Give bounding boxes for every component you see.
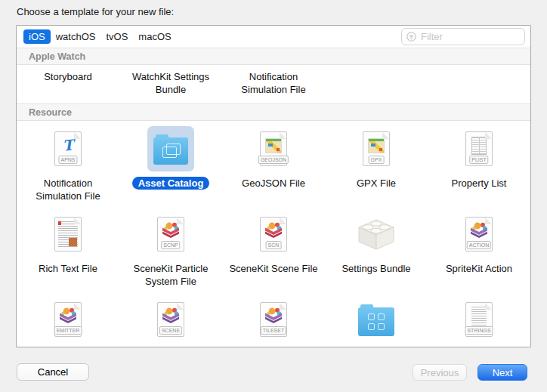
template-icon-tile: SCENE	[147, 297, 194, 342]
plist-file-icon: PLIST	[465, 131, 493, 166]
template-item-label: GeoJSON File	[242, 177, 305, 190]
template-item-label: Storyboard	[44, 70, 92, 83]
settings-bundle-brick-icon	[354, 218, 398, 251]
file-type-badge: TILESET	[261, 326, 286, 335]
file-type-badge: SCNP	[161, 241, 180, 249]
page-fold	[74, 303, 81, 310]
template-item-asset-catalog[interactable]: Asset Catalog	[119, 121, 222, 206]
template-item-property-list[interactable]: PLISTProperty List	[428, 121, 530, 206]
template-item-notification-simulation-file[interactable]: Notification Simulation File	[222, 65, 325, 103]
template-item-label: Settings Bundle	[341, 262, 410, 275]
template-item-scenekit-particle-system-file[interactable]: SCNPSceneKit Particle System File	[119, 206, 222, 292]
template-icon-tile: TAPNS	[45, 126, 91, 171]
template-item-strings-file[interactable]: STRINGSStrings File	[428, 292, 530, 347]
file-type-badge: STRINGS	[465, 326, 493, 335]
template-item-label: Asset Catalog	[132, 177, 210, 190]
tab-ios[interactable]: iOS	[23, 29, 51, 44]
filter-field	[401, 28, 525, 45]
platform-tabbar: iOSwatchOStvOSmacOS	[17, 26, 530, 48]
spritekit-file-icon: ACTION	[465, 217, 493, 252]
spritekit-file-icon: TILESET	[260, 302, 287, 337]
file-type-badge: PLIST	[469, 156, 488, 164]
template-item-spritekit-scene[interactable]: SCENESpriteKit Scene	[119, 292, 222, 347]
platform-tabs: iOSwatchOStvOSmacOS	[23, 29, 177, 44]
template-item-rich-text-file[interactable]: Rich Text File	[17, 206, 119, 292]
template-item-geojson-file[interactable]: GEOJSONGeoJSON File	[222, 121, 325, 206]
file-type-badge: EMITTER	[54, 326, 82, 335]
template-icon-tile: SCNP	[147, 211, 194, 257]
richtext-file-icon	[54, 217, 82, 252]
template-row: TAPNSNotification Simulation File Asset …	[17, 121, 530, 206]
tab-tvos[interactable]: tvOS	[100, 29, 133, 44]
next-button[interactable]: Next	[477, 364, 527, 381]
strings-thumbnail	[471, 307, 487, 326]
file-type-badge: APNS	[58, 156, 77, 164]
template-icon-tile	[45, 211, 91, 257]
page-fold	[280, 218, 286, 224]
richtext-thumbnail	[58, 221, 78, 247]
template-item-spritekit-particle-file[interactable]: EMITTERSpriteKit Particle File	[17, 292, 119, 347]
template-item-label: Property List	[452, 177, 507, 190]
file-type-badge: SCENE	[159, 326, 182, 335]
sticker-pack-folder-icon	[358, 307, 394, 336]
template-item-label: SceneKit Scene File	[229, 262, 317, 275]
template-item-label: WatchKit Settings Bundle	[126, 70, 215, 96]
filter-icon	[406, 32, 416, 42]
map-thumbnail	[368, 138, 385, 153]
spritekit-file-icon: SCENE	[157, 302, 184, 337]
template-item-scenekit-scene-file[interactable]: SCNSceneKit Scene File	[222, 206, 325, 292]
template-item-sticker-pack[interactable]: Sticker Pack	[325, 292, 428, 347]
template-item-label: SpriteKit Action	[446, 262, 512, 275]
new-file-template-dialog: Choose a template for your new file: iOS…	[0, 0, 547, 392]
page-fold	[485, 218, 492, 224]
file-type-badge: ACTION	[467, 241, 491, 249]
section-header-resource: Resource	[17, 103, 530, 121]
map-file-icon: GPX	[363, 131, 390, 166]
dialog-title: Choose a template for your new file:	[17, 6, 174, 17]
file-type-badge: GPX	[369, 156, 385, 164]
tab-watchos[interactable]: watchOS	[51, 29, 101, 44]
template-item-label: SceneKit Particle System File	[126, 262, 215, 288]
template-icon-tile: PLIST	[456, 126, 502, 171]
page-fold	[280, 132, 286, 139]
map-thumbnail	[265, 138, 282, 153]
filter-input[interactable]	[419, 30, 520, 43]
scenekit-file-icon: SCN	[260, 217, 287, 252]
spritekit-file-icon: EMITTER	[54, 302, 82, 337]
page-fold	[280, 303, 286, 310]
template-item-label: Notification Simulation File	[23, 177, 113, 202]
template-item-gpx-file[interactable]: GPXGPX File	[325, 121, 428, 206]
page-fold	[177, 218, 184, 224]
template-icon-tile: GEOJSON	[250, 126, 297, 171]
push-notification-glyph: T	[62, 136, 74, 153]
template-item-notification-simulation-file[interactable]: TAPNSNotification Simulation File	[17, 121, 119, 206]
template-item-storyboard[interactable]: Storyboard	[17, 65, 119, 103]
previous-button: Previous	[413, 364, 467, 381]
file-type-badge: SCN	[266, 241, 282, 249]
template-icon-tile: ACTION	[456, 211, 502, 257]
page-fold	[74, 132, 81, 139]
tab-macos[interactable]: macOS	[133, 29, 176, 44]
template-item-label: Notification Simulation File	[229, 70, 318, 96]
section-header-apple-watch: Apple Watch	[17, 48, 530, 65]
page-fold	[485, 303, 492, 310]
asset-catalog-folder-icon	[153, 137, 188, 165]
asset-rect-front	[162, 147, 177, 158]
apns-file-icon: TAPNS	[54, 131, 82, 166]
template-icon-tile: GPX	[353, 126, 400, 171]
template-item-settings-bundle[interactable]: Settings Bundle	[325, 206, 428, 292]
template-icon-tile: STRINGS	[456, 297, 502, 342]
sticker-grid	[358, 307, 394, 336]
page-fold	[74, 218, 81, 224]
template-item-spritekit-tile-set[interactable]: TILESETSpriteKit Tile Set	[222, 292, 325, 347]
page-fold	[382, 132, 389, 139]
page-fold	[177, 303, 184, 310]
cancel-button[interactable]: Cancel	[17, 363, 89, 381]
template-item-watchkit-settings-bundle[interactable]: WatchKit Settings Bundle	[119, 65, 222, 103]
template-item-spritekit-action[interactable]: ACTIONSpriteKit Action	[428, 206, 530, 292]
template-row: StoryboardWatchKit Settings BundleNotifi…	[17, 65, 530, 103]
template-list: Apple WatchStoryboardWatchKit Settings B…	[17, 48, 530, 347]
template-icon-tile	[353, 211, 400, 257]
template-item-label: Rich Text File	[39, 262, 97, 275]
template-chooser: iOSwatchOStvOSmacOS Apple WatchStoryboar…	[16, 25, 531, 347]
